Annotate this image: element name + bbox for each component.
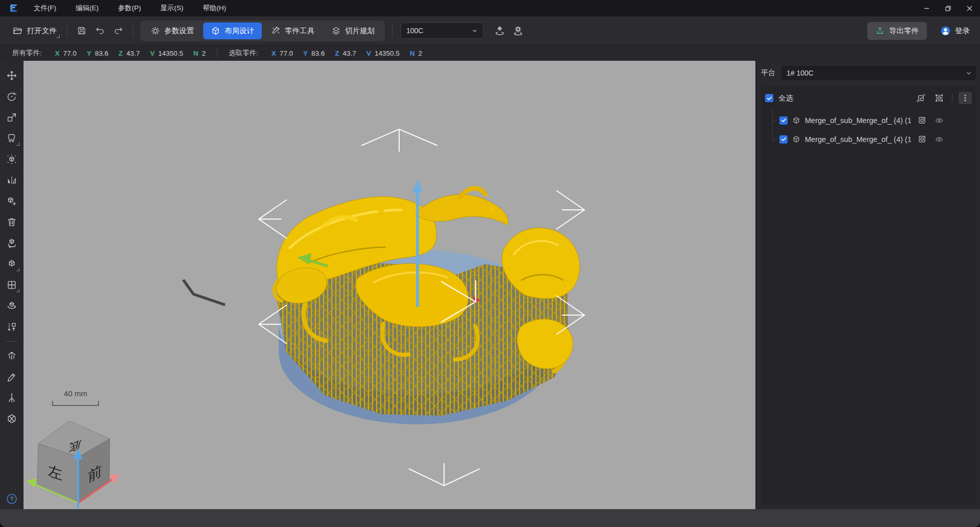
platform-settings-button[interactable] <box>509 21 527 40</box>
printer-select[interactable]: 100C <box>401 22 483 39</box>
tab-label: 参数设置 <box>164 26 194 36</box>
menu-file[interactable]: 文件(F) <box>34 4 56 13</box>
restore-button[interactable] <box>937 0 959 16</box>
array-tool[interactable] <box>2 275 21 295</box>
support-tree-tool[interactable] <box>2 388 21 408</box>
toolbar-separator <box>392 24 393 37</box>
help-button[interactable]: ? <box>6 493 18 505</box>
application-window: 文件(F) 编辑(E) 参数(P) 显示(S) 帮助(H) 打开文件 <box>0 0 980 527</box>
auto-arrange-tool[interactable] <box>2 150 21 169</box>
orbit-tool[interactable] <box>2 296 21 316</box>
undo-button[interactable] <box>91 21 109 40</box>
stray-object <box>183 280 225 305</box>
redo-button[interactable] <box>109 21 128 40</box>
platform-select[interactable]: 1# 100C <box>781 66 976 80</box>
dental-orient-tool[interactable] <box>2 129 21 148</box>
part-list-item[interactable]: Merge_of_sub_Merge_of_ (4) (1)_13 <box>765 111 972 130</box>
tab-part-tools[interactable]: 零件工具 <box>263 22 322 39</box>
window-controls <box>916 0 980 16</box>
part-list-item[interactable]: Merge_of_sub_Merge_of_ (4) (1)_13 <box>765 130 972 149</box>
viewport-3d[interactable]: 40 mm 底 左 前 <box>23 61 755 509</box>
export-parts-button[interactable]: 导出零件 <box>867 22 927 40</box>
sel-x-value: 77.0 <box>280 50 293 57</box>
titlebar: 文件(F) 编辑(E) 参数(P) 显示(S) 帮助(H) <box>0 0 980 16</box>
menu-edit[interactable]: 编辑(E) <box>76 4 99 13</box>
all-v-value: 14350.5 <box>158 50 183 57</box>
sort-tool[interactable] <box>2 317 21 337</box>
platform-select-value: 1# 100C <box>787 69 814 77</box>
mirror-tool[interactable] <box>2 171 21 190</box>
open-file-label: 打开文件 <box>27 26 57 36</box>
menu-bar: 文件(F) 编辑(E) 参数(P) 显示(S) 帮助(H) <box>34 4 226 13</box>
select-all-checkbox[interactable] <box>765 94 773 102</box>
login-button[interactable]: 登录 <box>940 26 970 36</box>
flip-tool[interactable] <box>2 233 21 253</box>
axis-x-label: X <box>272 50 276 57</box>
rotate-tool[interactable] <box>2 87 21 106</box>
dental-model[interactable] <box>273 188 580 416</box>
more-options-icon <box>962 94 969 102</box>
axis-y-label: Y <box>303 50 308 57</box>
tab-layout-design[interactable]: 布局设计 <box>203 22 262 39</box>
scene-canvas[interactable]: 40 mm 底 左 前 <box>23 61 755 509</box>
axis-z-label: Z <box>118 50 122 57</box>
all-y-value: 83.6 <box>95 50 108 57</box>
tab-label: 切片规划 <box>345 26 375 36</box>
svg-text:?: ? <box>10 496 13 502</box>
save-button[interactable] <box>72 21 91 40</box>
more-options-button[interactable] <box>959 92 972 104</box>
rotate-right-upper-arrow[interactable] <box>556 190 584 229</box>
select-frame-button[interactable] <box>933 92 946 104</box>
wireframe-cube-tool[interactable] <box>2 254 21 274</box>
chevron-down-icon <box>966 70 972 76</box>
support-frame-icon <box>917 134 927 144</box>
left-tool-sidebar: ? <box>0 61 23 509</box>
part-name: Merge_of_sub_Merge_of_ (4) (1)_13 <box>805 135 911 143</box>
visibility-toggle[interactable] <box>933 114 946 127</box>
rotate-down-arrow[interactable] <box>409 463 480 486</box>
open-file-button[interactable]: 打开文件 <box>7 21 62 40</box>
menu-parameters[interactable]: 参数(P) <box>118 4 141 13</box>
scale-tool[interactable] <box>2 108 21 127</box>
tab-slice-planning[interactable]: 切片规划 <box>324 22 382 39</box>
printer-select-value: 100C <box>406 27 423 35</box>
menu-display[interactable]: 显示(S) <box>160 4 183 13</box>
part-checkbox[interactable] <box>779 135 788 143</box>
sel-z-value: 43.7 <box>343 50 356 57</box>
visibility-toggle[interactable] <box>933 133 946 146</box>
all-parts-label: 所有零件: <box>12 49 42 58</box>
support-frame-button[interactable] <box>915 114 928 127</box>
status-separator <box>217 49 217 57</box>
all-z-value: 43.7 <box>127 50 140 57</box>
add-platform-button[interactable] <box>491 21 509 40</box>
lattice-tool[interactable] <box>2 409 21 428</box>
duplicate-tool[interactable] <box>2 191 21 211</box>
toolbar-separator <box>67 24 67 37</box>
axis-z-label: Z <box>335 50 339 57</box>
chevron-down-icon <box>472 28 478 34</box>
apply-transform-button[interactable] <box>914 92 927 104</box>
selected-parts-label: 选取零件: <box>229 49 258 58</box>
support-edit-tool[interactable] <box>2 367 21 387</box>
tab-label: 布局设计 <box>225 26 254 36</box>
bottom-bar <box>0 509 980 527</box>
support-frame-button[interactable] <box>915 133 928 146</box>
part-checkbox[interactable] <box>779 116 788 125</box>
support-generate-tool[interactable] <box>2 346 21 366</box>
sel-v-value: 14350.5 <box>375 50 400 57</box>
delete-tool[interactable] <box>2 212 21 232</box>
rotate-left-upper-arrow[interactable] <box>259 200 287 238</box>
support-frame-icon <box>917 115 927 125</box>
close-button[interactable] <box>959 0 980 16</box>
sel-y-value: 83.6 <box>311 50 325 57</box>
minimize-button[interactable] <box>916 0 937 16</box>
tab-parameter-settings[interactable]: 参数设置 <box>143 22 202 39</box>
apply-transform-icon <box>916 93 926 103</box>
export-parts-label: 导出零件 <box>889 26 919 36</box>
move-tool[interactable] <box>2 66 21 85</box>
rotate-up-arrow[interactable] <box>361 129 437 152</box>
axis-y-label: Y <box>87 50 91 57</box>
part-name: Merge_of_sub_Merge_of_ (4) (1)_13 <box>805 116 911 125</box>
view-cube[interactable]: 底 左 前 <box>27 421 119 508</box>
menu-help[interactable]: 帮助(H) <box>203 4 226 13</box>
